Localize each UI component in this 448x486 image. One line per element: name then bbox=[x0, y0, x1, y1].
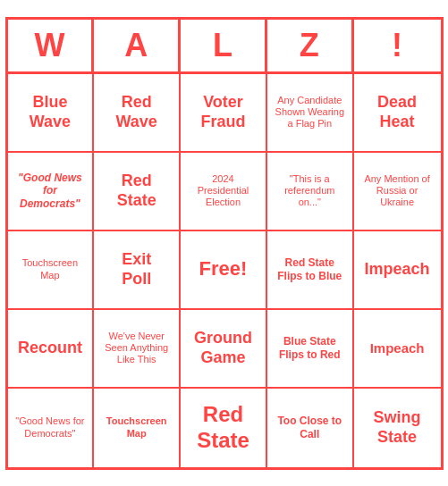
cell-dead-heat: DeadHeat bbox=[354, 74, 441, 153]
cell-blue-flips-red: Blue State Flips to Red bbox=[267, 310, 354, 389]
cell-2024-election: 2024 Presidential Election bbox=[181, 153, 267, 231]
cell-red-state-2: RedState bbox=[181, 389, 267, 467]
cell-referendum: "This is a referendum on..." bbox=[267, 153, 354, 231]
header-w: W bbox=[8, 20, 95, 71]
header-exclaim: ! bbox=[354, 20, 441, 71]
bingo-grid: BlueWave RedWave VoterFraud Any Candidat… bbox=[8, 74, 441, 467]
cell-recount: Recount bbox=[8, 310, 95, 389]
header-z: Z bbox=[267, 20, 354, 71]
bingo-card: W A L Z ! BlueWave RedWave VoterFraud An… bbox=[5, 17, 444, 470]
cell-free: Free! bbox=[181, 231, 267, 310]
cell-good-news-1: "Good News for Democrats" bbox=[8, 153, 95, 231]
cell-russia-ukraine: Any Mention of Russia or Ukraine bbox=[354, 153, 441, 231]
cell-red-state-1: RedState bbox=[94, 153, 181, 231]
cell-ground-game: GroundGame bbox=[181, 310, 267, 389]
cell-red-wave: RedWave bbox=[94, 74, 181, 153]
cell-impeach-2: Impeach bbox=[354, 310, 441, 389]
header-l: L bbox=[181, 20, 267, 71]
cell-blue-wave: BlueWave bbox=[8, 74, 95, 153]
cell-impeach-1: Impeach bbox=[354, 231, 441, 310]
cell-voter-fraud: VoterFraud bbox=[181, 74, 267, 153]
cell-touchscreen-map-2: TouchscreenMap bbox=[94, 389, 181, 467]
cell-red-flips-blue: Red State Flips to Blue bbox=[267, 231, 354, 310]
cell-swing-state: SwingState bbox=[354, 389, 441, 467]
header-a: A bbox=[94, 20, 181, 71]
bingo-header: W A L Z ! bbox=[8, 20, 441, 74]
cell-touchscreen-map-1: Touchscreen Map bbox=[8, 231, 95, 310]
cell-flag-pin: Any Candidate Shown Wearing a Flag Pin bbox=[267, 74, 354, 153]
cell-never-seen: We've Never Seen Anything Like This bbox=[94, 310, 181, 389]
cell-good-news-2: "Good News for Democrats" bbox=[8, 389, 95, 467]
cell-too-close: Too Close to Call bbox=[267, 389, 354, 467]
cell-exit-poll: ExitPoll bbox=[94, 231, 181, 310]
